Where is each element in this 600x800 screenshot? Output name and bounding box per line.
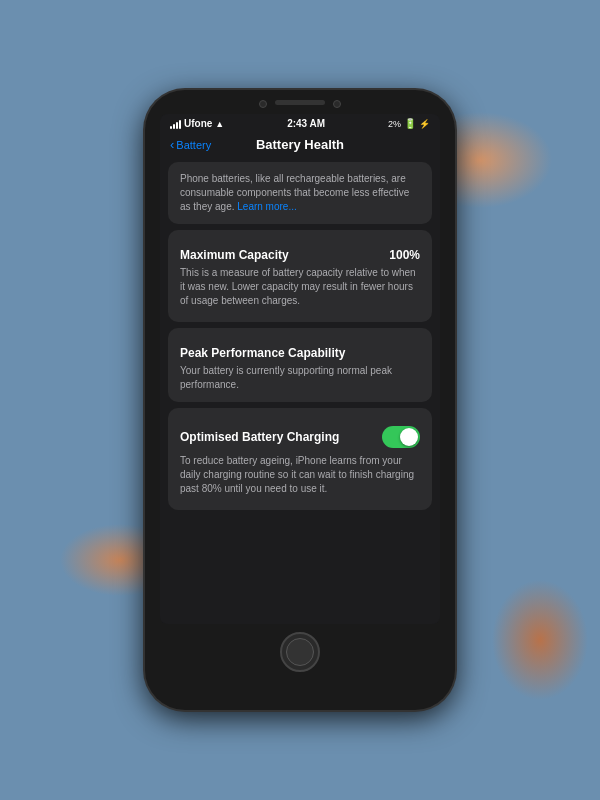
phone-top [161, 90, 440, 108]
signal-bar-2 [173, 124, 175, 129]
intro-text: Phone batteries, like all rechargeable b… [180, 172, 420, 214]
toggle-knob [400, 428, 418, 446]
wifi-icon: ▲ [215, 119, 224, 129]
battery-icon: 🔋 [404, 118, 416, 129]
screen-content: Ufone ▲ 2:43 AM 2% 🔋 ⚡ ‹ Battery Battery… [160, 114, 440, 624]
intro-section: Phone batteries, like all rechargeable b… [168, 162, 432, 224]
optimised-charging-section: Optimised Battery Charging To reduce bat… [168, 408, 432, 510]
signal-bar-1 [170, 126, 172, 129]
peak-description: Your battery is currently supporting nor… [180, 364, 420, 392]
screen: Ufone ▲ 2:43 AM 2% 🔋 ⚡ ‹ Battery Battery… [160, 114, 440, 624]
learn-more-link[interactable]: Learn more... [237, 201, 296, 212]
signal-bar-4 [179, 120, 181, 129]
peak-performance-section: Peak Performance Capability Your battery… [168, 328, 432, 402]
page-title: Battery Health [256, 137, 344, 152]
status-right: 2% 🔋 ⚡ [388, 118, 430, 129]
signal-icon [170, 119, 181, 129]
capacity-row: Maximum Capacity 100% [180, 240, 420, 266]
home-button[interactable] [280, 632, 320, 672]
speaker-slot [275, 100, 325, 105]
max-capacity-section: Maximum Capacity 100% This is a measure … [168, 230, 432, 322]
home-button-inner [286, 638, 314, 666]
charging-icon: ⚡ [419, 119, 430, 129]
nav-bar: ‹ Battery Battery Health [160, 131, 440, 156]
optimise-label: Optimised Battery Charging [180, 430, 382, 444]
content-area: Phone batteries, like all rechargeable b… [160, 156, 440, 624]
back-chevron-icon: ‹ [170, 137, 174, 152]
phone-frame: Ufone ▲ 2:43 AM 2% 🔋 ⚡ ‹ Battery Battery… [145, 90, 455, 710]
status-time: 2:43 AM [287, 118, 325, 129]
capacity-description: This is a measure of battery capacity re… [180, 266, 420, 312]
peak-title: Peak Performance Capability [180, 338, 420, 364]
optimised-charging-toggle[interactable] [382, 426, 420, 448]
camera-dot-2 [333, 100, 341, 108]
optimise-row: Optimised Battery Charging [180, 418, 420, 454]
back-button[interactable]: ‹ Battery [170, 137, 211, 152]
status-bar: Ufone ▲ 2:43 AM 2% 🔋 ⚡ [160, 114, 440, 131]
carrier-label: Ufone [184, 118, 212, 129]
capacity-label: Maximum Capacity [180, 248, 289, 262]
capacity-value: 100% [389, 248, 420, 262]
battery-percent-label: 2% [388, 119, 401, 129]
optimise-description: To reduce battery ageing, iPhone learns … [180, 454, 420, 500]
status-left: Ufone ▲ [170, 118, 224, 129]
back-label: Battery [176, 139, 211, 151]
signal-bar-3 [176, 122, 178, 129]
camera-dot [259, 100, 267, 108]
